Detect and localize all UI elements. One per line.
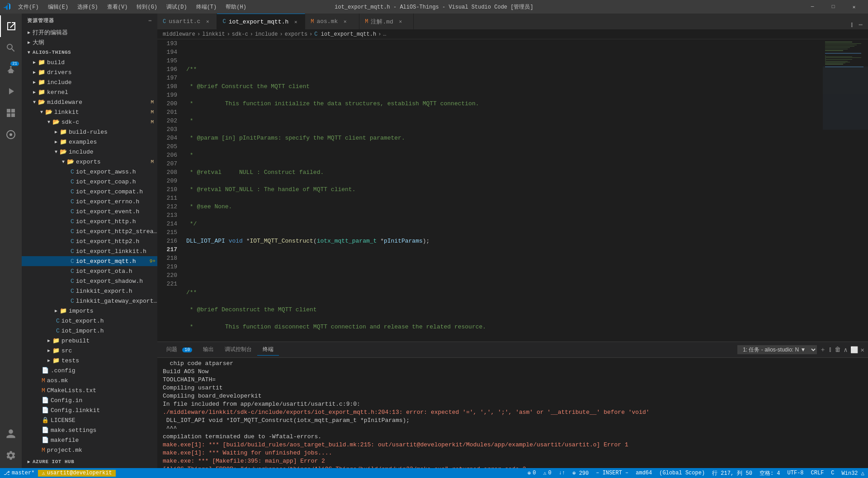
sidebar-item-build-rules[interactable]: ▶ 📁 build-rules bbox=[22, 127, 157, 137]
sidebar-item-iot-export-mqtt[interactable]: C iot_export_mqtt.h 9+ bbox=[22, 256, 157, 266]
title-bar-controls[interactable]: ─ □ ✕ bbox=[802, 0, 864, 14]
status-indent[interactable]: 空格: 4 bbox=[756, 469, 784, 477]
menu-debug[interactable]: 调试(D) bbox=[163, 2, 191, 12]
sidebar-item-config-in[interactable]: 📄 Config.in bbox=[22, 395, 157, 405]
breadcrumb-middleware[interactable]: middleware bbox=[163, 31, 195, 37]
status-position[interactable]: 行 217, 列 50 bbox=[708, 469, 756, 477]
sidebar-item-outline[interactable]: ▶ 大纲 bbox=[22, 37, 157, 47]
sidebar-item-middleware[interactable]: ▼ 📂 middleware M bbox=[22, 97, 157, 107]
sidebar-item-make-settings[interactable]: 📄 make.settings bbox=[22, 425, 157, 435]
sidebar-item-iot-export-http2-stream[interactable]: C iot_export_http2_stream.h bbox=[22, 226, 157, 236]
menu-goto[interactable]: 转到(G) bbox=[133, 2, 161, 12]
sidebar-item-iot-import-h[interactable]: C iot_import.h bbox=[22, 326, 157, 336]
sidebar-item-linkkit-gateway-export[interactable]: C linkkit_gateway_export.h bbox=[22, 296, 157, 306]
close-panel-icon[interactable]: ✕ bbox=[861, 346, 864, 354]
sidebar-item-aos-mk[interactable]: M aos.mk bbox=[22, 375, 157, 385]
sidebar-item-iot-export-coap[interactable]: C iot_export_coap.h bbox=[22, 177, 157, 187]
code-editor[interactable]: 193 194 195 196 197 198 199 200 201 202 … bbox=[157, 39, 868, 342]
sidebar-item-iot-export-compat[interactable]: C iot_export_compat.h bbox=[22, 187, 157, 197]
sidebar-item-azure-iot-hub[interactable]: ▶ AZURE IOT HUB bbox=[22, 457, 157, 467]
close-button[interactable]: ✕ bbox=[844, 0, 864, 14]
sidebar-content[interactable]: ▶ 打开的编辑器 ▶ 大纲 ▼ ALIOS-THINGS ▶ 📁 build bbox=[22, 28, 157, 468]
activity-accounts[interactable] bbox=[0, 423, 22, 445]
tab-annotation-md[interactable]: M 注解.md ✕ bbox=[359, 14, 414, 29]
add-panel-icon[interactable]: ＋ bbox=[820, 346, 826, 354]
activity-extensions[interactable] bbox=[0, 102, 22, 124]
activity-explorer[interactable] bbox=[0, 15, 22, 37]
breadcrumb-linkkit[interactable]: linkkit bbox=[202, 31, 225, 37]
panel-tab-output[interactable]: 输出 bbox=[198, 344, 219, 356]
sidebar-item-examples[interactable]: ▶ 📁 examples bbox=[22, 137, 157, 147]
panel-tab-problems[interactable]: 问题 10 bbox=[161, 344, 198, 356]
status-language[interactable]: C bbox=[827, 470, 838, 476]
task-selector[interactable]: 1: 任务 - alios-studio: N ▼ bbox=[737, 345, 817, 354]
activity-search[interactable] bbox=[0, 37, 22, 59]
sidebar-item-tests[interactable]: ▶ 📁 tests bbox=[22, 356, 157, 366]
sidebar-item-project-mk[interactable]: M project.mk bbox=[22, 445, 157, 455]
breadcrumb-file[interactable]: C iot_export_mqtt.h bbox=[314, 31, 376, 37]
tab-close-icon[interactable]: ✕ bbox=[397, 18, 404, 25]
sidebar-item-open-editors[interactable]: ▶ 打开的编辑器 bbox=[22, 28, 157, 37]
breadcrumb-symbol[interactable]: … bbox=[383, 31, 386, 37]
tab-close-icon[interactable]: ✕ bbox=[341, 18, 349, 25]
status-line-ending[interactable]: CRLF bbox=[807, 470, 828, 476]
split-panel-icon[interactable]: ⫿ bbox=[829, 346, 832, 353]
sidebar-item-prebuilt[interactable]: ▶ 📁 prebuilt bbox=[22, 336, 157, 346]
sidebar-item-config[interactable]: 📄 .config bbox=[22, 366, 157, 375]
menu-help[interactable]: 帮助(H) bbox=[222, 2, 250, 12]
sidebar-item-license[interactable]: 🔒 LICENSE bbox=[22, 415, 157, 425]
sidebar-item-makefile[interactable]: 📄 makefile bbox=[22, 435, 157, 445]
status-encoding[interactable]: UTF-8 bbox=[784, 470, 807, 476]
status-build-target[interactable]: ⚠ usartit@developerkit bbox=[38, 470, 115, 477]
sidebar-item-iot-export-http[interactable]: C iot_export_http.h bbox=[22, 216, 157, 226]
sidebar-item-src[interactable]: ▶ 📁 src bbox=[22, 346, 157, 356]
maximize-button[interactable]: □ bbox=[823, 0, 844, 14]
panel-tab-debug-console[interactable]: 调试控制台 bbox=[219, 344, 257, 356]
tab-close-icon[interactable]: ✕ bbox=[204, 18, 211, 25]
sidebar-item-imports[interactable]: ▶ 📁 imports bbox=[22, 306, 157, 316]
breadcrumb-sdk-c[interactable]: sdk-c bbox=[232, 31, 248, 37]
menu-view[interactable]: 查看(V) bbox=[104, 2, 132, 12]
menu-edit[interactable]: 编辑(E) bbox=[44, 2, 72, 12]
sidebar-item-include-root[interactable]: ▶ 📁 include bbox=[22, 77, 157, 87]
sidebar-more-icon[interactable]: ⋯ bbox=[148, 18, 152, 23]
sidebar-item-iot-export-linkkit[interactable]: C iot_export_linkkit.h bbox=[22, 246, 157, 256]
status-sync[interactable]: ↓↑ bbox=[555, 470, 569, 476]
breadcrumb-exports[interactable]: exports bbox=[285, 31, 307, 37]
tab-usartit-c[interactable]: C usartit.c ✕ bbox=[157, 14, 217, 29]
terminal-content[interactable]: chip code atparser Build AOS Now TOOLCHA… bbox=[157, 358, 868, 468]
sidebar-item-iot-export-shadow[interactable]: C iot_export_shadow.h bbox=[22, 276, 157, 286]
status-vim-mode[interactable]: – INSERT – bbox=[592, 470, 632, 476]
sidebar-item-kernel[interactable]: ▶ 📁 kernel bbox=[22, 87, 157, 97]
sidebar-item-iot-export-errno[interactable]: C iot_export_errno.h bbox=[22, 197, 157, 206]
tab-iot-export-mqtt-h[interactable]: C iot_export_mqtt.h ✕ bbox=[217, 14, 305, 29]
menu-terminal[interactable]: 终端(T) bbox=[193, 2, 221, 12]
status-scope[interactable]: (Global Scope) bbox=[656, 470, 708, 476]
menu-file[interactable]: 文件(F) bbox=[14, 2, 42, 12]
sidebar-item-cmakelists[interactable]: M CMakeLists.txt bbox=[22, 385, 157, 395]
status-arch[interactable]: amd64 bbox=[632, 470, 656, 476]
sidebar-item-iot-export-event[interactable]: C iot_export_event.h bbox=[22, 206, 157, 216]
sidebar-item-config-linkkit[interactable]: 📄 Config.linkkit bbox=[22, 405, 157, 415]
tab-aos-mk[interactable]: M aos.mk ✕ bbox=[305, 14, 359, 29]
breadcrumb-include[interactable]: include bbox=[255, 31, 278, 37]
status-git-branch[interactable]: ⎇ master* bbox=[0, 470, 38, 477]
sidebar-item-iot-export-http2[interactable]: C iot_export_http2.h bbox=[22, 236, 157, 246]
menu-select[interactable]: 选择(S) bbox=[74, 2, 102, 12]
sidebar-item-iot-export-awss[interactable]: C iot_export_awss.h bbox=[22, 167, 157, 177]
sidebar-item-drivers[interactable]: ▶ 📁 drivers bbox=[22, 67, 157, 77]
title-bar-menu[interactable]: 文件(F) 编辑(E) 选择(S) 查看(V) 转到(G) 调试(D) 终端(T… bbox=[14, 2, 250, 12]
status-errors[interactable]: ⊕ 0 bbox=[524, 470, 539, 477]
activity-remote[interactable] bbox=[0, 124, 22, 145]
tab-close-icon[interactable]: ✕ bbox=[292, 18, 299, 25]
tab-bar-actions[interactable]: ⫿ ⋯ bbox=[845, 20, 868, 29]
status-platform[interactable]: Win32 △ bbox=[838, 470, 868, 477]
status-warnings[interactable]: ⚠ 0 bbox=[539, 470, 555, 477]
maximize-panel-icon[interactable]: ⬜ bbox=[850, 346, 858, 354]
sidebar-item-build[interactable]: ▶ 📁 build bbox=[22, 57, 157, 67]
activity-source-control[interactable]: 21 bbox=[0, 59, 22, 80]
sidebar-item-iot-export-h[interactable]: C iot_export.h bbox=[22, 316, 157, 326]
sidebar-item-alios-things[interactable]: ▼ ALIOS-THINGS bbox=[22, 47, 157, 57]
sidebar-item-linkkit-export[interactable]: C linkkit_export.h bbox=[22, 286, 157, 296]
sidebar-item-iot-export-ota[interactable]: C iot_export_ota.h bbox=[22, 266, 157, 276]
